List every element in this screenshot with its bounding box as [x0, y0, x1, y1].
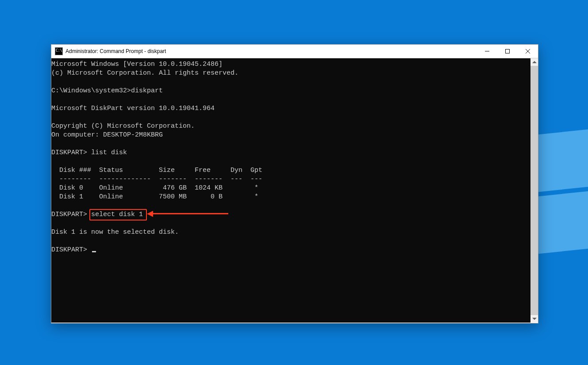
terminal-line: Copyright (C) Microsoft Corporation. [51, 122, 195, 130]
terminal-line: Disk ### Status Size Free Dyn Gpt [51, 167, 262, 174]
terminal-line: C:\Windows\system32>diskpart [51, 87, 163, 95]
vertical-scrollbar[interactable] [530, 58, 538, 323]
close-button[interactable] [518, 45, 538, 58]
minimize-button[interactable] [477, 45, 497, 58]
command-prompt-window: Administrator: Command Prompt - diskpart… [51, 44, 538, 323]
terminal-command-highlighted: select disk 1 [91, 211, 143, 218]
terminal-line: -------- ------------- ------- ------- -… [51, 175, 262, 183]
terminal-line: Microsoft DiskPart version 10.0.19041.96… [51, 105, 215, 112]
terminal-output[interactable]: Microsoft Windows [Version 10.0.19045.24… [51, 58, 530, 323]
maximize-button[interactable] [497, 45, 518, 58]
terminal-line: (c) Microsoft Corporation. All rights re… [51, 69, 238, 77]
terminal-line: On computer: DESKTOP-2M8KBRG [51, 131, 163, 139]
window-title: Administrator: Command Prompt - diskpart [65, 48, 166, 54]
terminal-line: Disk 0 Online 476 GB 1024 KB * [51, 184, 258, 192]
terminal-prompt: DISKPART> [51, 211, 91, 218]
desktop-background: Administrator: Command Prompt - diskpart… [0, 0, 588, 365]
terminal-line: Disk 1 is now the selected disk. [51, 228, 179, 236]
terminal-cursor [92, 251, 96, 252]
terminal-line: Microsoft Windows [Version 10.0.19045.24… [51, 61, 223, 68]
terminal-line: Disk 1 Online 7500 MB 0 B * [51, 193, 258, 201]
scroll-down-button[interactable] [530, 315, 538, 323]
svg-rect-0 [506, 49, 510, 53]
terminal-prompt: DISKPART> [51, 246, 91, 254]
terminal-line: DISKPART> list disk [51, 149, 127, 156]
cmd-app-icon [55, 47, 63, 55]
titlebar[interactable]: Administrator: Command Prompt - diskpart [51, 45, 538, 58]
scrollbar-thumb[interactable] [530, 66, 538, 315]
scroll-up-button[interactable] [530, 58, 538, 66]
